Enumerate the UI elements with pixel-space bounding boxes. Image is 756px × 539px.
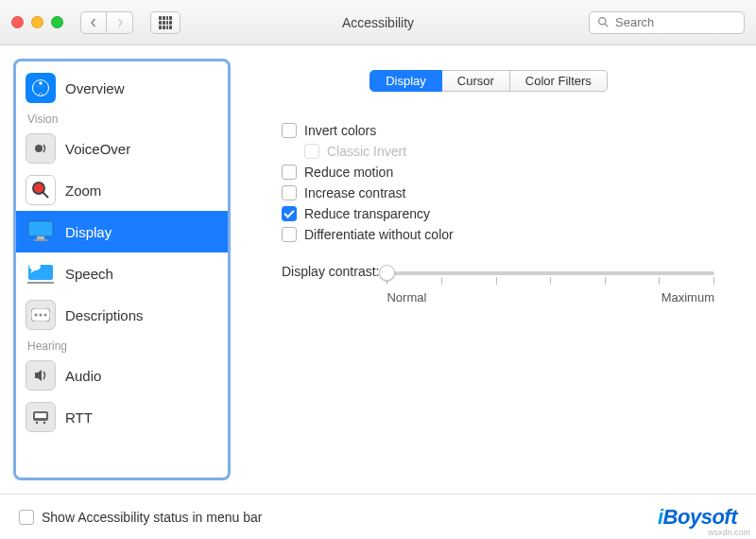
checkbox-classic-invert: Classic Invert — [304, 141, 714, 162]
window-controls — [11, 16, 63, 28]
slider-max-label: Maximum — [662, 290, 714, 304]
svg-rect-12 — [27, 282, 54, 284]
sidebar-item-label: Audio — [65, 368, 101, 384]
tab-bar: Display Cursor Color Filters — [263, 70, 714, 92]
nav-buttons — [80, 11, 133, 34]
tab-display[interactable]: Display — [369, 70, 442, 92]
descriptions-icon — [26, 300, 56, 330]
zoom-window-button[interactable] — [51, 16, 63, 28]
audio-icon — [26, 360, 56, 391]
forward-button[interactable] — [107, 11, 133, 34]
source-watermark: wsxdn.com — [708, 528, 750, 537]
back-button[interactable] — [80, 11, 107, 34]
sidebar-section-vision: Vision — [16, 109, 228, 128]
contrast-slider-row: Display contrast: Normal Maximum — [282, 262, 714, 304]
tab-cursor[interactable]: Cursor — [442, 70, 510, 92]
svg-point-17 — [44, 314, 47, 317]
search-input[interactable] — [615, 15, 736, 29]
grid-icon — [159, 16, 172, 29]
slider-min-label: Normal — [387, 290, 426, 304]
sidebar-item-label: Display — [65, 224, 112, 240]
sidebar-section-hearing: Hearing — [16, 336, 228, 355]
svg-point-13 — [29, 263, 41, 270]
svg-point-15 — [35, 314, 38, 317]
svg-point-0 — [599, 18, 606, 25]
sidebar-item-display[interactable]: Display — [16, 211, 228, 252]
sidebar-item-descriptions[interactable]: Descriptions — [16, 294, 228, 336]
minimize-window-button[interactable] — [31, 16, 43, 28]
svg-rect-9 — [37, 236, 44, 239]
accessibility-icon — [26, 73, 56, 103]
checkbox-icon — [304, 144, 319, 159]
checkbox-differentiate[interactable]: Differentiate without color — [282, 224, 714, 245]
checkbox-icon — [282, 165, 297, 180]
tab-color-filters[interactable]: Color Filters — [510, 70, 608, 92]
checkbox-icon — [282, 123, 297, 138]
sidebar-item-audio[interactable]: Audio — [16, 355, 228, 396]
footer: Show Accessibility status in menu bar iB… — [0, 494, 756, 539]
speech-icon — [26, 258, 56, 288]
svg-rect-19 — [35, 413, 46, 418]
sidebar-item-speech[interactable]: Speech — [16, 252, 228, 294]
sidebar-item-overview[interactable]: Overview — [16, 67, 228, 109]
search-field[interactable] — [589, 11, 745, 34]
checkbox-reduce-transparency[interactable]: Reduce transparency — [282, 203, 714, 224]
zoom-icon — [26, 175, 56, 205]
brand-watermark: iBoysoft — [658, 505, 737, 530]
svg-line-1 — [605, 24, 608, 26]
svg-rect-10 — [34, 239, 47, 241]
sidebar-item-label: Speech — [65, 266, 113, 282]
sidebar-item-label: Zoom — [65, 183, 101, 199]
sidebar-item-label: VoiceOver — [65, 141, 130, 157]
sidebar-item-rtt[interactable]: RTT — [16, 396, 228, 438]
svg-point-16 — [40, 314, 43, 317]
checkbox-icon — [282, 206, 297, 221]
slider-label: Display contrast: — [282, 262, 379, 279]
titlebar: Accessibility — [0, 0, 756, 45]
sidebar: Overview Vision VoiceOver Zoom Display S… — [13, 59, 231, 480]
svg-point-5 — [35, 145, 43, 152]
show-all-button[interactable] — [150, 11, 180, 34]
rtt-icon — [26, 402, 56, 432]
sidebar-item-zoom[interactable]: Zoom — [16, 169, 228, 211]
svg-line-7 — [43, 192, 48, 198]
sidebar-item-label: Descriptions — [65, 307, 144, 323]
checkbox-invert-colors[interactable]: Invert colors — [282, 120, 714, 141]
close-window-button[interactable] — [11, 16, 24, 28]
display-icon — [26, 217, 56, 247]
checkbox-icon — [282, 227, 297, 242]
checkbox-reduce-motion[interactable]: Reduce motion — [282, 162, 714, 183]
checkbox-icon — [282, 185, 297, 200]
options-group: Invert colors Classic Invert Reduce moti… — [282, 120, 714, 245]
checkbox-increase-contrast[interactable]: Increase contrast — [282, 183, 714, 203]
svg-rect-8 — [28, 221, 53, 236]
sidebar-scroll[interactable]: Overview Vision VoiceOver Zoom Display S… — [16, 61, 228, 478]
checkbox-icon — [19, 510, 34, 525]
svg-point-4 — [39, 81, 43, 85]
voiceover-icon — [26, 133, 56, 164]
search-icon — [597, 16, 610, 28]
svg-point-21 — [43, 422, 45, 424]
svg-point-20 — [36, 422, 38, 424]
sidebar-item-label: Overview — [65, 80, 125, 96]
slider-ticks — [387, 277, 714, 285]
panel-display: Display Cursor Color Filters Invert colo… — [244, 59, 743, 480]
checkbox-show-status[interactable]: Show Accessibility status in menu bar — [19, 507, 262, 528]
contrast-slider[interactable] — [387, 271, 714, 275]
sidebar-item-voiceover[interactable]: VoiceOver — [16, 128, 228, 169]
sidebar-item-label: RTT — [65, 409, 93, 426]
